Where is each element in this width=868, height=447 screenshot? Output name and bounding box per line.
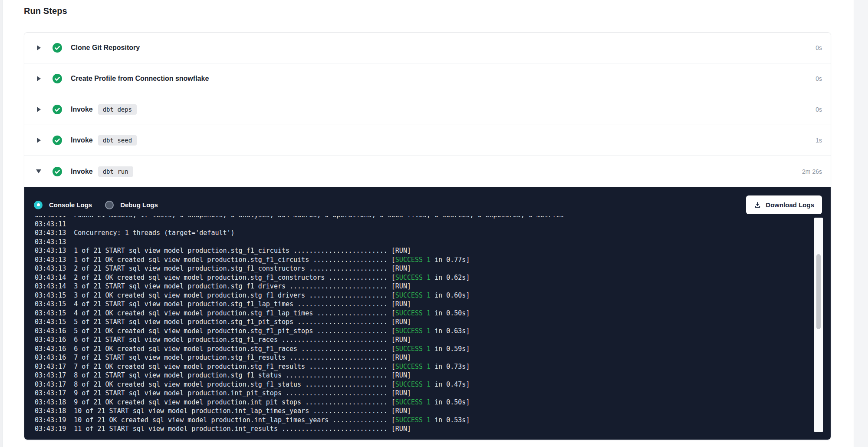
step-label: Invoke [71,168,93,175]
log-line: 03:43:13 1 of 21 START sql view model pr… [35,246,812,255]
log-line: 03:43:13 Concurrency: 1 threads (target=… [35,228,812,238]
log-line: 03:43:14 2 of 21 OK created sql view mod… [35,273,812,282]
log-line: 03:43:18 10 of 21 START sql view model p… [35,407,812,416]
log-line: 03:43:11 [35,220,812,229]
log-line: 03:43:17 8 of 21 OK created sql view mod… [35,380,812,389]
log-line: 03:43:17 8 of 21 START sql view model pr… [35,371,812,380]
log-line: 03:43:14 3 of 21 START sql view model pr… [35,282,812,291]
debug-logs-radio-group[interactable]: Debug Logs [105,201,158,209]
step-label: Invoke [71,136,93,144]
log-panel: Console Logs Debug Logs Download Logs [24,187,831,440]
log-scrollbar-thumb[interactable] [816,254,821,329]
step-row[interactable]: Create Profile from Connection snowflake… [24,63,831,94]
log-line: 03:43:17 9 of 21 START sql view model pr… [35,389,812,398]
page-right-gutter [854,0,868,447]
log-line: 03:43:16 6 of 21 START sql view model pr… [35,335,812,344]
page-left-gutter [0,0,3,447]
log-line: 03:43:19 11 of 21 START sql view model p… [35,424,812,434]
log-line: 03:43:11 Found 21 models, 17 tests, 0 sn… [35,216,812,220]
log-scrollbar-track[interactable] [814,218,823,432]
log-line: 03:43:17 7 of 21 OK created sql view mod… [35,362,812,371]
debug-logs-label: Debug Logs [120,201,158,209]
success-check-icon [53,167,62,176]
log-line: 03:43:13 2 of 21 START sql view model pr… [35,264,812,273]
run-steps-card: Clone Git Repository 0s Create Profile f… [24,32,831,440]
expand-caret-icon[interactable] [36,169,42,175]
step-duration: 0s [815,44,822,51]
step-label: Invoke [71,106,93,113]
log-line: 03:43:13 1 of 21 OK created sql view mod… [35,255,812,265]
step-list: Clone Git Repository 0s Create Profile f… [24,33,831,187]
expand-caret-icon[interactable] [36,137,42,143]
step-command-chip: dbt run [98,166,133,177]
log-line: 03:43:13 [35,238,812,247]
step-row[interactable]: Invoke dbt run 2m 26s [24,156,831,187]
log-line: 03:43:15 5 of 21 START sql view model pr… [35,318,812,327]
log-line: 03:43:15 3 of 21 OK created sql view mod… [35,291,812,300]
log-line: 03:43:19 10 of 21 OK created sql view mo… [35,416,812,425]
step-label: Clone Git Repository [71,44,140,52]
step-command-chip: dbt deps [98,104,137,115]
log-panel-header: Console Logs Debug Logs Download Logs [24,187,831,214]
log-line: 03:43:16 7 of 21 START sql view model pr… [35,353,812,362]
page-title: Run Steps [24,6,831,16]
log-line: 03:43:15 4 of 21 START sql view model pr… [35,300,812,309]
step-row[interactable]: Invoke dbt seed 1s [24,125,831,156]
step-command-chip: dbt seed [98,135,137,146]
expand-caret-icon[interactable] [36,45,42,51]
log-line: 03:43:18 9 of 21 OK created sql view mod… [35,398,812,407]
expand-caret-icon[interactable] [36,76,42,82]
step-duration: 2m 26s [802,168,822,175]
step-row[interactable]: Clone Git Repository 0s [24,33,831,63]
success-check-icon [53,74,62,83]
step-duration: 1s [815,137,822,144]
step-duration: 0s [815,75,822,82]
success-check-icon [53,43,62,53]
step-duration: 0s [815,106,822,113]
step-label: Create Profile from Connection snowflake [71,75,209,83]
run-steps-section: Run Steps Clone Git Repository 0s Create… [24,0,831,440]
expand-caret-icon[interactable] [36,106,42,113]
success-check-icon [53,105,62,114]
download-icon [754,201,761,209]
log-line: 03:43:16 6 of 21 OK created sql view mod… [35,344,812,354]
success-check-icon [53,136,62,145]
download-logs-button-label: Download Logs [766,201,814,209]
console-log-output[interactable]: 03:43:11 Found 21 models, 17 tests, 0 sn… [35,216,812,438]
log-line: 03:43:16 5 of 21 OK created sql view mod… [35,327,812,336]
console-logs-radio-icon[interactable] [34,201,43,209]
log-line: 03:43:15 4 of 21 OK created sql view mod… [35,309,812,318]
download-logs-button[interactable]: Download Logs [746,195,822,214]
step-row[interactable]: Invoke dbt deps 0s [24,94,831,125]
console-logs-radio-group[interactable]: Console Logs [34,201,92,209]
console-logs-label: Console Logs [49,201,92,209]
debug-logs-radio-icon[interactable] [105,201,114,209]
